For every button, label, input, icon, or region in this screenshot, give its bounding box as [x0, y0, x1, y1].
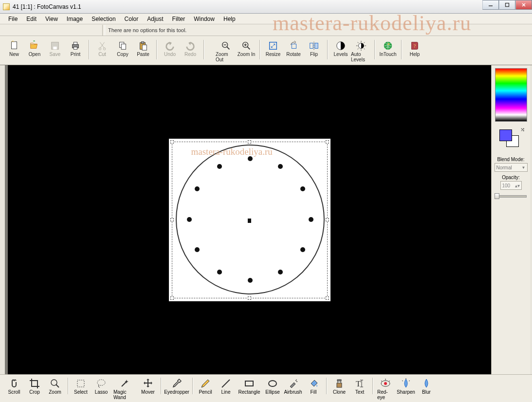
line-tool[interactable]: Line — [216, 377, 236, 396]
pencil-tool[interactable]: Pencil — [195, 377, 216, 396]
open-icon — [29, 40, 40, 52]
window-title: 41 [1:1] : FotoCanvas v1.1 — [13, 3, 81, 10]
zoomout-icon — [220, 40, 232, 52]
menu-color[interactable]: Color — [120, 14, 143, 24]
levels-icon — [335, 40, 347, 52]
color-swatches[interactable]: ⤭ — [496, 127, 526, 151]
sharpen-tool[interactable]: Sharpen — [396, 377, 416, 396]
paste-button[interactable]: Paste — [133, 39, 153, 58]
menu-adjust[interactable]: Adjust — [143, 14, 167, 24]
undo-button[interactable]: Undo — [160, 39, 180, 58]
svg-rect-13 — [121, 44, 126, 49]
menu-view[interactable]: View — [41, 14, 62, 24]
crop-label: Crop — [29, 389, 40, 395]
svg-rect-47 — [245, 381, 253, 386]
color-spectrum[interactable] — [495, 68, 527, 122]
menu-filter[interactable]: Filter — [168, 14, 190, 24]
foreground-color-swatch[interactable] — [499, 129, 512, 141]
new-icon — [8, 40, 20, 52]
rectangle-tool[interactable]: Rectangle — [236, 377, 262, 396]
copy-button[interactable]: Copy — [112, 39, 133, 58]
clone-tool[interactable]: Clone — [329, 377, 349, 396]
menu-selection[interactable]: Selection — [87, 14, 120, 24]
menu-window[interactable]: Window — [189, 14, 219, 24]
intouch-icon — [382, 40, 394, 52]
intouch-label: InTouch — [379, 52, 396, 57]
select-tool[interactable]: Select — [71, 377, 91, 396]
hour-dot — [187, 217, 192, 222]
help-button[interactable]: ?Help — [404, 39, 425, 58]
zoomin-button[interactable]: Zoom In — [236, 39, 257, 58]
menu-edit[interactable]: Edit — [22, 14, 41, 24]
print-label: Print — [71, 52, 81, 57]
mover-tool[interactable]: Mover — [138, 377, 158, 396]
close-button[interactable] — [515, 0, 532, 10]
autolevels-button[interactable]: Auto Levels — [351, 39, 371, 63]
opacity-input[interactable]: 100 ▴▾ — [500, 181, 522, 190]
minimize-button[interactable] — [482, 0, 499, 10]
svg-line-35 — [358, 42, 359, 43]
svg-line-46 — [222, 380, 230, 387]
svg-point-48 — [269, 381, 276, 386]
flip-button[interactable]: Flip — [304, 39, 324, 58]
magicwand-tool[interactable]: Magic Wand — [111, 377, 138, 401]
zoom-icon — [49, 378, 61, 389]
save-button[interactable]: Save — [45, 39, 65, 58]
svg-line-36 — [364, 49, 365, 50]
zoom-tool[interactable]: Zoom — [45, 377, 65, 396]
redo-button[interactable]: Redo — [180, 39, 201, 58]
airbrush-icon — [287, 378, 299, 389]
ellipse-icon — [267, 378, 278, 389]
cut-label: Cut — [98, 52, 106, 57]
redeye-tool[interactable]: Red-eye — [375, 377, 396, 401]
intouch-button[interactable]: InTouch — [378, 39, 398, 58]
main-toolbar: NewOpenSavePrintCutCopyPasteUndoRedoZoom… — [0, 36, 532, 65]
menu-file[interactable]: File — [4, 14, 22, 24]
slider-thumb[interactable] — [495, 193, 499, 199]
open-button[interactable]: Open — [24, 39, 45, 58]
line-label: Line — [221, 389, 231, 395]
blend-mode-select[interactable]: Normal ▼ — [495, 163, 528, 172]
text-tool[interactable]: TText — [349, 377, 370, 396]
canvas-area[interactable]: mastera-rukodeliya.ru — [8, 65, 491, 374]
resize-button[interactable]: Resize — [263, 39, 283, 58]
svg-point-44 — [97, 380, 105, 385]
zoomout-button[interactable]: Zoom Out — [216, 39, 236, 63]
ellipse-tool[interactable]: Ellipse — [262, 377, 283, 396]
hour-dot — [300, 247, 305, 252]
line-icon — [220, 378, 232, 389]
levels-button[interactable]: Levels — [330, 39, 351, 58]
fill-tool[interactable]: Fill — [303, 377, 324, 396]
eyedropper-tool[interactable]: Eyedropper — [164, 377, 190, 396]
opacity-slider[interactable] — [495, 193, 527, 200]
airbrush-tool[interactable]: Airbrush — [283, 377, 303, 396]
crop-tool[interactable]: Crop — [24, 377, 45, 396]
svg-point-59 — [384, 382, 387, 385]
bottom-toolbar: ScrollCropZoomSelectLassoMagic WandMover… — [0, 374, 532, 402]
cut-button[interactable]: Cut — [92, 39, 112, 58]
svg-rect-1 — [506, 3, 509, 7]
svg-rect-16 — [142, 45, 147, 50]
rotate-button[interactable]: Rotate — [283, 39, 304, 58]
svg-line-61 — [381, 381, 382, 382]
menu-help[interactable]: Help — [219, 14, 240, 24]
lasso-tool[interactable]: Lasso — [91, 377, 111, 396]
scroll-tool[interactable]: Scroll — [4, 377, 24, 396]
clone-label: Clone — [333, 389, 346, 395]
blur-label: Blur — [422, 389, 431, 395]
new-button[interactable]: New — [4, 39, 24, 58]
blur-tool[interactable]: Blur — [416, 377, 437, 396]
options-text: There are no options for this tool. — [108, 27, 186, 33]
swap-colors-icon[interactable]: ⤭ — [520, 127, 525, 133]
opacity-label: Opacity: — [502, 175, 520, 180]
center-mark — [248, 219, 251, 223]
fill-label: Fill — [311, 389, 317, 395]
artboard[interactable]: mastera-rukodeliya.ru — [169, 139, 330, 301]
menu-image[interactable]: Image — [62, 14, 87, 24]
print-button[interactable]: Print — [65, 39, 86, 58]
maximize-button[interactable] — [499, 0, 515, 10]
select-label: Select — [74, 389, 88, 395]
undo-label: Undo — [164, 52, 176, 57]
blur-icon — [421, 378, 432, 389]
rotate-icon — [288, 40, 299, 52]
